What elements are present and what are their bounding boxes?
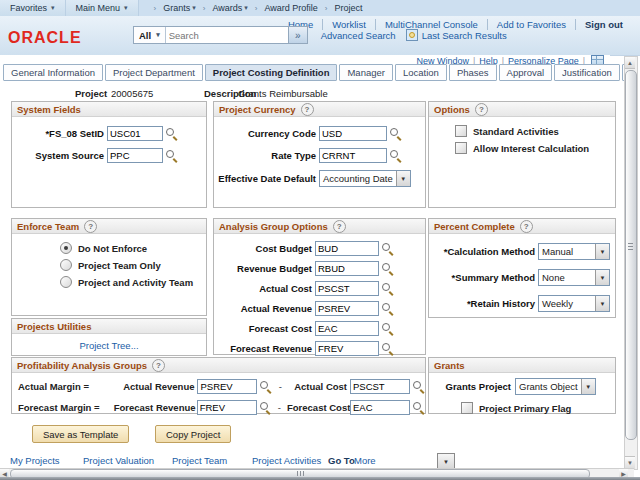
help-icon[interactable]: ? (152, 359, 165, 372)
forecast-cost-input[interactable] (315, 321, 379, 336)
help-icon[interactable]: ? (84, 220, 97, 233)
lookup-icon[interactable] (381, 262, 394, 275)
lookup-icon[interactable] (381, 242, 394, 255)
lookup-icon[interactable] (412, 401, 425, 414)
project-and-activity-team-radio[interactable] (60, 276, 72, 288)
footer-links: My Projects Project Valuation Project Te… (0, 455, 620, 469)
search-input[interactable] (166, 29, 288, 42)
my-projects-link[interactable]: My Projects (10, 455, 60, 466)
tab-location[interactable]: Location (395, 64, 447, 81)
actual-revenue-label: Actual Revenue (214, 303, 312, 314)
actual-cost-input[interactable] (350, 379, 410, 394)
fs08-setid-input[interactable] (107, 126, 163, 141)
lookup-icon[interactable] (259, 380, 272, 393)
tab-justification[interactable]: Justification (554, 64, 620, 81)
retain-history-select[interactable]: Weekly ▼ (538, 295, 610, 312)
help-icon[interactable]: ? (301, 103, 314, 116)
last-search-results-link[interactable]: Last Search Results (422, 30, 507, 41)
system-fields-section: System Fields *FS_08 SetID System Source (11, 101, 207, 208)
project-tree-link[interactable]: Project Tree... (79, 340, 138, 351)
lookup-icon[interactable] (165, 127, 178, 140)
project-activities-link[interactable]: Project Activities (252, 455, 321, 466)
lookup-icon[interactable] (412, 380, 425, 393)
system-source-input[interactable] (107, 148, 163, 163)
project-primary-flag-checkbox[interactable] (461, 402, 473, 414)
project-team-only-label: Project Team Only (78, 260, 161, 271)
vertical-scrollbar-thumb[interactable] (625, 70, 637, 440)
advanced-search-link[interactable]: Advanced Search (321, 30, 396, 41)
currency-code-input[interactable] (319, 126, 387, 141)
options-section: Options ? Standard Activities Allow Inte… (428, 101, 616, 208)
vertical-scrollbar[interactable]: ▲ ▼ (624, 56, 638, 470)
lookup-icon[interactable] (165, 149, 178, 162)
revenue-budget-input[interactable] (315, 261, 379, 276)
analysis-group-options-section: Analysis Group Options ? Cost Budget Rev… (213, 218, 426, 355)
section-title: Analysis Group Options (219, 221, 328, 232)
tab-general-information[interactable]: General Information (3, 64, 103, 81)
search-scope-dropdown[interactable]: All ▾ (134, 27, 166, 43)
project-team-only-radio[interactable] (60, 259, 72, 271)
search-go-button[interactable]: » (288, 27, 307, 43)
actual-revenue-input[interactable] (197, 379, 257, 394)
forecast-cost-label: Forecast Cost (287, 402, 347, 413)
breadcrumb-awards[interactable]: Awards (212, 3, 242, 13)
fs08-setid-label: *FS_08 SetID (12, 128, 104, 139)
lookup-icon[interactable] (381, 342, 394, 355)
tab-project-costing-definition[interactable]: Project Costing Definition (205, 64, 338, 81)
save-as-template-button[interactable]: Save as Template (32, 425, 129, 443)
lookup-icon[interactable] (381, 282, 394, 295)
chevron-down-icon: ▾ (190, 4, 195, 12)
copy-project-button[interactable]: Copy Project (155, 425, 231, 443)
last-search-results-icon (406, 29, 418, 41)
lookup-icon[interactable] (259, 401, 272, 414)
scroll-up-arrow-icon[interactable]: ▲ (625, 57, 635, 69)
section-title: Project Currency (219, 104, 296, 115)
favorites-menu[interactable]: Favorites ▾ (0, 0, 66, 16)
breadcrumb-separator: › (255, 4, 258, 13)
help-icon[interactable]: ? (475, 103, 488, 116)
tab-manager[interactable]: Manager (339, 64, 393, 81)
standard-activities-checkbox[interactable] (455, 125, 467, 137)
projects-utilities-section: Projects Utilities Project Tree... (11, 318, 207, 356)
project-valuation-link[interactable]: Project Valuation (83, 455, 154, 466)
project-value: 20005675 (111, 88, 153, 99)
scrollbar-grip (297, 471, 304, 476)
sign-out-link[interactable]: Sign out (576, 19, 632, 30)
help-icon[interactable]: ? (520, 220, 533, 233)
cost-budget-input[interactable] (315, 241, 379, 256)
lookup-icon[interactable] (381, 322, 394, 335)
grants-project-select[interactable]: Grants Object ▼ (515, 378, 596, 395)
breadcrumb-grants[interactable]: Grants (163, 3, 190, 13)
tab-approval[interactable]: Approval (499, 64, 553, 81)
lookup-icon[interactable] (389, 127, 402, 140)
breadcrumb-separator: › (203, 4, 206, 13)
effective-date-default-select[interactable]: Accounting Date ▼ (319, 170, 411, 187)
forecast-revenue-input[interactable] (315, 341, 379, 356)
grants-project-label: Grants Project (429, 381, 511, 392)
minus-operator: - (272, 381, 288, 392)
forecast-revenue-input[interactable] (197, 400, 257, 415)
calculation-method-label: *Calculation Method (429, 246, 535, 257)
forecast-cost-input[interactable] (350, 400, 410, 415)
forecast-revenue-label: Forecast Revenue (114, 402, 194, 413)
lookup-icon[interactable] (389, 149, 402, 162)
rate-type-input[interactable] (319, 148, 387, 163)
calculation-method-select[interactable]: Manual ▼ (538, 243, 610, 260)
tab-phases[interactable]: Phases (449, 64, 497, 81)
breadcrumb-award-profile[interactable]: Award Profile (264, 3, 317, 13)
lookup-icon[interactable] (381, 302, 394, 315)
actual-cost-input[interactable] (315, 281, 379, 296)
allow-interest-calculation-checkbox[interactable] (455, 142, 467, 154)
actual-revenue-input[interactable] (315, 301, 379, 316)
project-team-link[interactable]: Project Team (172, 455, 227, 466)
chevron-down-icon: ▼ (595, 270, 609, 285)
tab-project-department[interactable]: Project Department (105, 64, 203, 81)
do-not-enforce-radio[interactable] (60, 242, 72, 254)
help-icon[interactable]: ? (333, 220, 346, 233)
summary-method-select[interactable]: None ▼ (538, 269, 610, 286)
breadcrumb-separator: › (325, 4, 328, 13)
chevron-down-icon: ▼ (443, 459, 449, 465)
goto-more-link[interactable]: More (354, 455, 376, 466)
main-menu[interactable]: Main Menu ▾ (66, 0, 139, 16)
cost-budget-label: Cost Budget (214, 243, 312, 254)
